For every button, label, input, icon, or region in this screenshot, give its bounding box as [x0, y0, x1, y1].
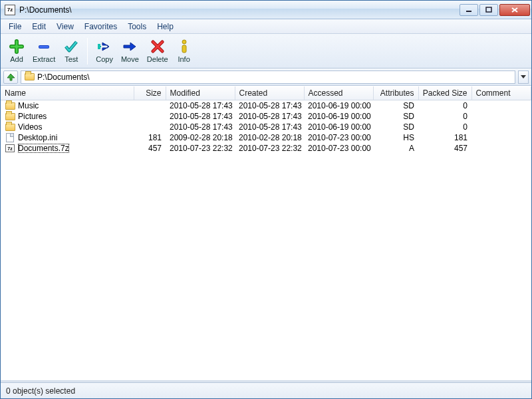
table-row[interactable]: Pictures2010-05-28 17:432010-05-28 17:43… [1, 111, 531, 122]
path-field[interactable]: P:\Documents\ [21, 70, 515, 84]
col-comment[interactable]: Comment [471, 86, 531, 100]
row-comment [471, 100, 531, 112]
row-size: 181 [134, 132, 166, 143]
row-created: 2010-05-28 17:43 [235, 122, 304, 132]
svg-rect-5 [39, 46, 49, 48]
row-attr: A [373, 143, 418, 154]
row-created: 2010-05-28 17:43 [235, 111, 304, 122]
pathbar: P:\Documents\ [1, 68, 531, 86]
row-accessed: 2010-07-23 00:00 [304, 143, 373, 154]
row-accessed: 2010-06-19 00:00 [304, 122, 373, 132]
col-attributes[interactable]: Attributes [373, 86, 418, 100]
svg-point-7 [182, 40, 186, 44]
window-title: P:\Documents\ [19, 5, 460, 15]
row-attr: SD [373, 111, 418, 122]
row-packed: 457 [418, 143, 471, 154]
plus-icon [9, 39, 25, 55]
row-comment [471, 122, 531, 132]
table-row[interactable]: 7zDocuments.7z4572010-07-23 22:322010-07… [1, 143, 531, 154]
table-row[interactable]: Desktop.ini1812009-02-28 20:182010-02-28… [1, 132, 531, 143]
row-modified: 2010-05-28 17:43 [166, 122, 235, 132]
close-button[interactable] [499, 4, 530, 16]
copy-button[interactable]: Copy [92, 37, 117, 65]
row-size [134, 100, 166, 112]
col-packed[interactable]: Packed Size [418, 86, 471, 100]
row-created: 2010-07-23 22:32 [235, 143, 304, 154]
row-name: Pictures [18, 112, 47, 121]
row-modified: 2010-05-28 17:43 [166, 100, 235, 112]
col-name[interactable]: Name [1, 86, 134, 100]
col-size[interactable]: Size [134, 86, 166, 100]
row-icon: 7z [5, 144, 15, 153]
menu-edit[interactable]: Edit [27, 21, 51, 33]
test-button[interactable]: Test [59, 37, 83, 65]
app-window: 7z P:\Documents\ File Edit View Favorite… [0, 0, 532, 399]
row-name: Desktop.ini [18, 133, 57, 142]
extract-button[interactable]: Extract [29, 37, 59, 65]
x-icon [150, 39, 166, 55]
row-accessed: 2010-06-19 00:00 [304, 111, 373, 122]
menubar: File Edit View Favorites Tools Help [1, 19, 531, 34]
col-created[interactable]: Created [235, 86, 304, 100]
row-icon [5, 122, 15, 132]
minimize-button[interactable] [460, 4, 478, 16]
menu-file[interactable]: File [3, 21, 27, 33]
col-accessed[interactable]: Accessed [304, 86, 373, 100]
add-button[interactable]: Add [5, 37, 29, 65]
row-attr: SD [373, 100, 418, 112]
toolbar: Add Extract Test Copy [1, 34, 531, 68]
row-created: 2010-05-28 17:43 [235, 100, 304, 112]
delete-button[interactable]: Delete [143, 37, 172, 65]
row-packed: 181 [418, 132, 471, 143]
row-modified: 2010-07-23 22:32 [166, 143, 235, 154]
row-size: 457 [134, 143, 166, 154]
table-row[interactable]: Videos2010-05-28 17:432010-05-28 17:4320… [1, 122, 531, 132]
row-packed: 0 [418, 100, 471, 112]
copy-arrow-icon [96, 39, 112, 55]
row-packed: 0 [418, 122, 471, 132]
file-list[interactable]: Name Size Modified Created Accessed Attr… [1, 86, 531, 380]
folder-icon [24, 72, 35, 82]
menu-view[interactable]: View [51, 21, 79, 33]
move-button[interactable]: Move [117, 37, 143, 65]
folder-up-icon [6, 72, 15, 82]
svg-rect-8 [182, 45, 186, 53]
row-comment [471, 111, 531, 122]
row-icon [5, 112, 15, 121]
row-name: Documents.7z [18, 144, 69, 153]
menu-favorites[interactable]: Favorites [79, 21, 122, 33]
column-headers: Name Size Modified Created Accessed Attr… [1, 86, 531, 100]
path-text: P:\Documents\ [37, 72, 90, 82]
table-row[interactable]: Music2010-05-28 17:432010-05-28 17:43201… [1, 100, 531, 112]
up-button[interactable] [3, 70, 18, 84]
titlebar[interactable]: 7z P:\Documents\ [1, 1, 531, 19]
menu-help[interactable]: Help [152, 21, 179, 33]
statusbar: 0 object(s) selected [1, 382, 531, 398]
maximize-button[interactable] [479, 4, 498, 16]
svg-rect-1 [486, 7, 491, 12]
row-created: 2010-02-28 20:18 [235, 132, 304, 143]
row-accessed: 2010-07-23 00:00 [304, 132, 373, 143]
minus-icon [36, 39, 52, 55]
row-size [134, 111, 166, 122]
row-comment [471, 132, 531, 143]
row-modified: 2010-05-28 17:43 [166, 111, 235, 122]
info-button[interactable]: Info [172, 37, 196, 65]
status-text: 0 object(s) selected [6, 386, 75, 396]
row-attr: HS [373, 132, 418, 143]
row-packed: 0 [418, 111, 471, 122]
path-dropdown-button[interactable] [518, 70, 529, 84]
app-icon: 7z [5, 5, 15, 15]
toolbar-separator [87, 38, 88, 65]
menu-tools[interactable]: Tools [122, 21, 152, 33]
col-modified[interactable]: Modified [166, 86, 235, 100]
row-name: Videos [18, 122, 42, 132]
row-icon [5, 101, 15, 110]
row-icon [5, 133, 15, 142]
check-icon [63, 39, 79, 55]
row-accessed: 2010-06-19 00:00 [304, 100, 373, 112]
move-arrow-icon [122, 39, 138, 55]
row-comment [471, 143, 531, 154]
window-controls [460, 4, 530, 16]
row-size [134, 122, 166, 132]
